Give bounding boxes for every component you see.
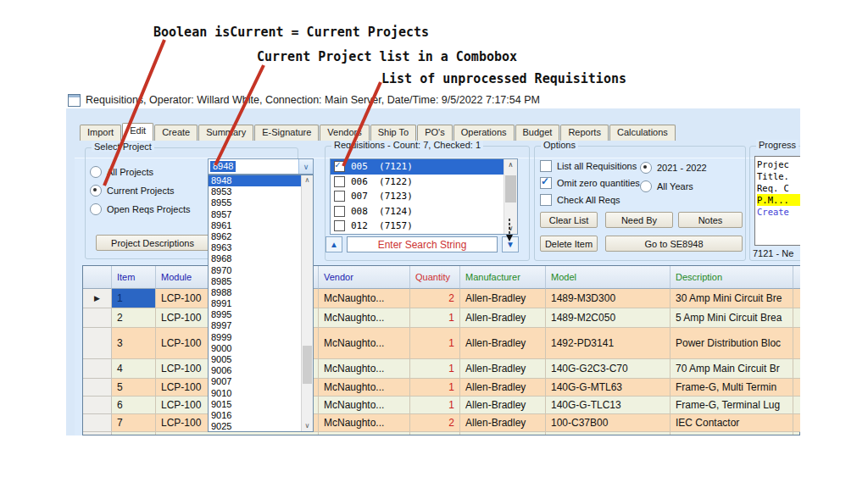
project-dropdown-option[interactable]: 8955 bbox=[209, 197, 302, 208]
option-checkbox-row[interactable]: Check All Reqs bbox=[540, 191, 642, 208]
project-dropdown-option[interactable]: 8999 bbox=[209, 332, 302, 343]
scroll-down-icon[interactable]: ∨ bbox=[504, 223, 517, 234]
column-header-vendor[interactable]: Vendor bbox=[319, 266, 410, 289]
tab[interactable]: E-Signature bbox=[254, 125, 319, 141]
row-selector-cell[interactable] bbox=[83, 414, 112, 432]
cell-description[interactable]: Frame-G, Multi Termin bbox=[670, 379, 793, 397]
project-dropdown-option[interactable]: 8968 bbox=[209, 253, 302, 264]
cell-item[interactable]: 2 bbox=[112, 308, 156, 328]
requisition-checkbox[interactable] bbox=[334, 176, 345, 187]
dropdown-scrollbar-thumb[interactable] bbox=[303, 346, 312, 384]
cell-description[interactable]: 70 Amp Main Circuit Br bbox=[670, 359, 793, 379]
need-by-button[interactable]: Need By bbox=[605, 212, 673, 228]
requisition-checkbox[interactable] bbox=[334, 206, 345, 217]
project-dropdown-option[interactable]: 8991 bbox=[209, 298, 302, 309]
tab[interactable]: Vendors bbox=[320, 125, 369, 141]
cell-vendor[interactable]: McNaughto... bbox=[319, 289, 410, 308]
table-row[interactable]: 2 LCP-100 McNaughto... 1 Allen-Bradley 1… bbox=[83, 308, 799, 328]
requisition-checkbox[interactable] bbox=[334, 191, 345, 202]
column-header-item[interactable]: Item bbox=[112, 266, 156, 289]
project-dropdown-option[interactable]: 8995 bbox=[209, 309, 302, 320]
cell-quantity[interactable]: 2 bbox=[410, 289, 460, 308]
cell-manufacturer[interactable]: Allen-Bradley bbox=[460, 379, 546, 397]
cell-model[interactable]: 100-C37B00 bbox=[546, 414, 670, 432]
scroll-up-icon[interactable]: ∧ bbox=[504, 159, 517, 170]
requisition-item[interactable]: 007 (7123) bbox=[331, 189, 517, 204]
cell-vendor[interactable]: McNaughto... bbox=[319, 414, 410, 432]
cell-item[interactable]: 4 bbox=[112, 359, 156, 379]
delete-item-button[interactable]: Delete Item bbox=[540, 236, 598, 252]
requisition-checkbox[interactable] bbox=[334, 161, 345, 172]
cell-manufacturer[interactable]: Allen-Bradley bbox=[460, 289, 546, 308]
option-checkbox-row[interactable]: List all Requisitions bbox=[540, 158, 642, 175]
cell-quantity[interactable]: 1 bbox=[410, 397, 460, 414]
notes-button[interactable]: Notes bbox=[678, 212, 743, 228]
cell-vendor[interactable]: McNaughto... bbox=[319, 397, 410, 414]
project-dropdown-option[interactable]: 9007 bbox=[209, 376, 302, 387]
search-input[interactable] bbox=[347, 236, 498, 252]
project-dropdown-option[interactable]: 9006 bbox=[209, 365, 302, 376]
tab[interactable]: Budget bbox=[515, 125, 560, 141]
cell-model[interactable]: 140G-G2C3-C70 bbox=[546, 359, 670, 379]
dropdown-scrollbar[interactable]: ∧ ∨ bbox=[301, 175, 313, 431]
table-row[interactable]: 5 LCP-100 McNaughto... 1 Allen-Bradley 1… bbox=[83, 379, 799, 397]
table-row[interactable]: 6 LCP-100 McNaughto... 1 Allen-Bradley 1… bbox=[83, 397, 799, 414]
table-row[interactable]: 3 LCP-100 McNaughto... 1 Allen-Bradley 1… bbox=[83, 328, 799, 359]
cell-manufacturer[interactable]: Allen-Bradley bbox=[460, 308, 546, 328]
tab[interactable]: Import bbox=[80, 125, 121, 141]
cell-vendor[interactable]: McNaughto... bbox=[319, 359, 410, 379]
cell-quantity[interactable]: 1 bbox=[410, 379, 460, 397]
requisition-item[interactable]: 005 (7121) bbox=[331, 159, 517, 175]
project-descriptions-button[interactable]: Project Descriptions bbox=[96, 235, 209, 251]
year-radio-row[interactable]: All Years bbox=[640, 177, 733, 196]
tab[interactable]: Edit bbox=[122, 123, 153, 141]
project-dropdown-option[interactable]: 9000 bbox=[209, 343, 302, 354]
cell-vendor[interactable]: McNaughto... bbox=[319, 308, 410, 328]
table-row[interactable]: 7 LCP-100 McNaughto... 2 Allen-Bradley 1… bbox=[83, 414, 799, 432]
scroll-down-icon[interactable]: ∨ bbox=[302, 421, 313, 431]
column-header-model[interactable]: Model bbox=[546, 266, 670, 289]
option-checkbox-row[interactable]: Omit zero quantities bbox=[540, 175, 642, 191]
cell-model[interactable]: 1492-PD3141 bbox=[546, 328, 670, 359]
cell-quantity[interactable]: 1 bbox=[410, 328, 460, 359]
row-selector-cell[interactable] bbox=[83, 379, 112, 397]
project-dropdown-option[interactable]: 8985 bbox=[209, 276, 302, 287]
requisitions-scrollbar[interactable]: ∧ ∨ bbox=[504, 159, 517, 234]
clear-list-button[interactable]: Clear List bbox=[540, 212, 598, 228]
project-dropdown-option[interactable]: 9025 bbox=[209, 421, 302, 432]
cell-quantity[interactable]: 2 bbox=[410, 414, 460, 432]
cell-model[interactable]: 1489-M3D300 bbox=[546, 289, 670, 308]
project-dropdown-option[interactable]: 8948 bbox=[209, 175, 302, 186]
tab[interactable]: Summary bbox=[198, 125, 253, 141]
cell-item[interactable]: 7 bbox=[112, 414, 156, 432]
table-row[interactable]: 4 LCP-100 McNaughto... 1 Allen-Bradley 1… bbox=[83, 359, 799, 379]
cell-vendor[interactable]: McNaughto... bbox=[319, 328, 410, 359]
row-selector-cell[interactable] bbox=[83, 397, 112, 414]
column-header-description[interactable]: Description bbox=[670, 266, 793, 289]
cell-description[interactable]: Frame-G, Terminal Lug bbox=[670, 397, 793, 414]
requisition-checkbox[interactable] bbox=[334, 220, 345, 231]
cell-quantity[interactable]: 1 bbox=[410, 308, 460, 328]
cell-model[interactable]: 1489-M2C050 bbox=[546, 308, 670, 328]
search-up-button[interactable]: ▲ bbox=[326, 236, 342, 252]
search-down-button[interactable]: ▼ bbox=[502, 236, 519, 252]
cell-manufacturer[interactable]: Allen-Bradley bbox=[460, 359, 546, 379]
column-header-quantity[interactable]: Quantity bbox=[410, 266, 460, 289]
row-selector-cell[interactable] bbox=[83, 328, 112, 359]
project-combobox[interactable]: 8948 ∨ bbox=[208, 158, 314, 175]
cell-item[interactable]: 6 bbox=[112, 397, 156, 414]
cell-description[interactable]: IEC Contactor bbox=[670, 414, 793, 432]
table-row[interactable]: ▶ 1 LCP-100 McNaughto... 2 Allen-Bradley… bbox=[83, 289, 799, 308]
project-dropdown-option[interactable]: 8988 bbox=[209, 287, 302, 298]
cell-quantity[interactable]: 1 bbox=[410, 359, 460, 379]
tab[interactable]: Ship To bbox=[370, 125, 417, 141]
scroll-up-icon[interactable]: ∧ bbox=[302, 175, 313, 186]
chevron-down-icon[interactable]: ∨ bbox=[298, 159, 313, 174]
tab[interactable]: PO's bbox=[417, 125, 453, 141]
cell-manufacturer[interactable]: Allen-Bradley bbox=[460, 414, 546, 432]
project-dropdown-option[interactable]: 9010 bbox=[209, 388, 302, 399]
tab[interactable]: Calculations bbox=[609, 125, 676, 141]
cell-item[interactable]: 3 bbox=[112, 328, 156, 359]
project-dropdown-option[interactable]: 9016 bbox=[209, 410, 302, 421]
year-radio-row[interactable]: 2021 - 2022 bbox=[640, 158, 733, 177]
